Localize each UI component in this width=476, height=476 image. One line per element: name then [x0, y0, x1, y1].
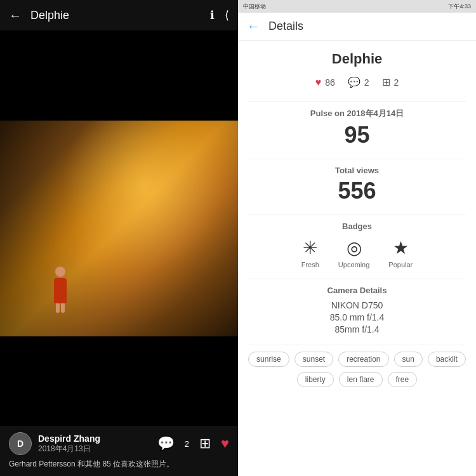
user-info: Despird Zhang 2018年4月13日 — [38, 433, 157, 454]
camera-lens: 85.0 mm f/1.4 — [248, 312, 466, 322]
tag-item[interactable]: free — [388, 372, 418, 387]
info-icon[interactable]: ℹ — [210, 8, 215, 22]
footer-actions: 💬 2 ⊞ ♥ — [157, 435, 229, 452]
badge-fresh: ✳ Fresh — [301, 237, 319, 268]
left-panel: ← Delphie ℹ ⟨ D Despird Zhang 2018年4月13日 — [0, 0, 238, 476]
status-time: 下午4:33 — [448, 3, 471, 11]
tag-item[interactable]: sun — [394, 352, 423, 367]
status-bar: 中国移动 下午4:33 — [238, 0, 476, 13]
camera-focal-aperture: 85mm f/1.4 — [248, 324, 466, 334]
left-header: ← Delphie ℹ ⟨ — [0, 0, 238, 30]
pulse-section: Pulse on 2018年4月14日 95 — [248, 108, 466, 149]
tag-item[interactable]: sunrise — [248, 352, 289, 367]
left-footer: D Despird Zhang 2018年4月13日 💬 2 ⊞ ♥ Gerha… — [0, 426, 238, 476]
details-title: Details — [268, 20, 303, 33]
page-title: Delphie — [30, 9, 200, 22]
divider-2 — [248, 159, 466, 159]
save-button[interactable]: ⊞ — [199, 435, 211, 452]
badge-popular: ★ Popular — [388, 237, 413, 268]
badges-title: Badges — [248, 221, 466, 231]
tag-item[interactable]: sunset — [294, 352, 333, 367]
child-figure — [51, 267, 70, 311]
upcoming-icon: ◎ — [347, 237, 362, 258]
photo-container — [0, 30, 238, 426]
details-content: Delphie ♥ 86 💬 2 ⊞ 2 Pulse on 2018年4月14日… — [238, 41, 476, 476]
camera-section: Camera Details NIKON D750 85.0 mm f/1.4 … — [248, 286, 466, 334]
upcoming-label: Upcoming — [338, 261, 370, 268]
camera-model: NIKON D750 — [248, 300, 466, 310]
stats-row: ♥ 86 💬 2 ⊞ 2 — [248, 76, 466, 88]
user-row: D Despird Zhang 2018年4月13日 💬 2 ⊞ ♥ — [9, 432, 229, 455]
carrier-signal: 中国移动 — [243, 3, 266, 11]
save-icon: ⊞ — [382, 76, 390, 88]
fresh-label: Fresh — [301, 261, 319, 268]
pulse-label: Pulse on 2018年4月14日 — [248, 108, 466, 119]
divider-4 — [248, 279, 466, 279]
comment-count: 2 — [185, 439, 189, 449]
tag-item[interactable]: liberty — [297, 372, 334, 387]
saves-stat: ⊞ 2 — [382, 76, 399, 88]
pulse-value: 95 — [248, 122, 466, 149]
footer-description: Gerhard Pettersson 和其他 85 位喜欢这张照片。 — [9, 459, 229, 470]
tag-item[interactable]: recreation — [338, 352, 388, 367]
right-panel: 中国移动 下午4:33 ← Details Delphie ♥ 86 💬 2 ⊞… — [238, 0, 476, 476]
divider-1 — [248, 101, 466, 102]
comment-button[interactable]: 💬 — [157, 435, 175, 452]
views-value: 556 — [248, 178, 466, 204]
badge-upcoming: ◎ Upcoming — [338, 237, 370, 268]
post-date: 2018年4月13日 — [38, 444, 157, 454]
tags-section: sunrisesunsetrecreationsunbacklitliberty… — [248, 352, 466, 397]
comments-stat: 💬 2 — [348, 76, 369, 88]
badges-section: Badges ✳ Fresh ◎ Upcoming ★ Popular — [248, 221, 466, 268]
share-icon[interactable]: ⟨ — [225, 8, 229, 22]
fresh-icon: ✳ — [303, 237, 317, 258]
heart-icon: ♥ — [315, 77, 322, 88]
likes-count: 86 — [325, 77, 335, 88]
details-photo-title: Delphie — [248, 51, 466, 67]
tag-item[interactable]: backlit — [428, 352, 466, 367]
likes-stat: ♥ 86 — [315, 77, 335, 88]
divider-5 — [248, 345, 466, 345]
saves-count: 2 — [394, 77, 399, 88]
comment-icon: 💬 — [348, 76, 360, 88]
details-back-icon[interactable]: ← — [247, 19, 260, 34]
tag-item[interactable]: len flare — [339, 372, 383, 387]
views-label: Total views — [248, 166, 466, 175]
back-icon[interactable]: ← — [9, 8, 22, 23]
user-name: Despird Zhang — [38, 433, 157, 444]
popular-icon: ★ — [393, 237, 409, 258]
popular-label: Popular — [388, 261, 413, 268]
avatar: D — [9, 432, 32, 455]
like-button[interactable]: ♥ — [221, 435, 229, 452]
right-header: ← Details — [238, 13, 476, 41]
badges-row: ✳ Fresh ◎ Upcoming ★ Popular — [248, 237, 466, 268]
divider-3 — [248, 215, 466, 215]
camera-title: Camera Details — [248, 286, 466, 295]
comments-count: 2 — [364, 77, 369, 88]
photo-image — [0, 121, 238, 336]
views-section: Total views 556 — [248, 166, 466, 204]
